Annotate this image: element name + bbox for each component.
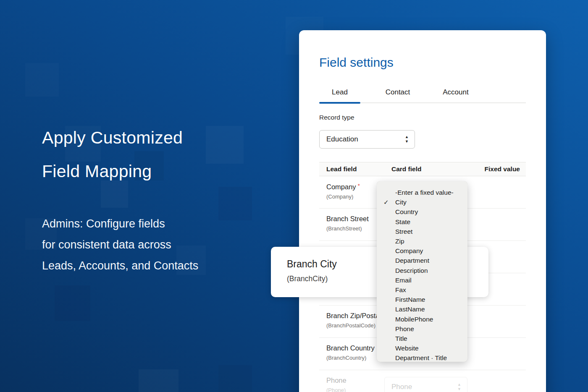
dropdown-item[interactable]: Department · Title [377,353,467,363]
phone-card-field-select[interactable]: Phone ▲ ▼ [384,377,467,392]
dropdown-item[interactable]: FirstName [377,295,467,304]
dropdown-item[interactable]: Title [377,334,467,343]
select-spinner: ▲ ▼ [457,383,461,391]
promo-copy: Apply Customized Field Mapping Admins: C… [42,121,198,276]
dropdown-item[interactable]: Street [377,227,467,236]
promo-heading-line: Field Mapping [42,154,198,188]
promo-body-line: Admins: Configure fields [42,213,198,234]
spinner-down-icon: ▼ [405,140,409,143]
record-type-label: Record type [319,113,526,122]
dropdown-item[interactable]: Company [377,246,467,256]
tab-lead[interactable]: Lead [319,88,360,102]
dropdown-item[interactable]: Website [377,343,467,353]
row-label: Phone [326,376,384,384]
promo-body-line: Leads, Accounts, and Contacts [42,255,198,276]
spinner-down-icon: ▼ [457,388,461,391]
select-spinner: ▲ ▼ [405,136,409,143]
dropdown-item[interactable]: -Enter a fixed value- [377,188,467,197]
row-sublabel: (Phone) [326,387,384,392]
row-sublabel: (BranchCountry) [326,355,384,361]
promo-body: Admins: Configure fields for consistent … [42,213,198,276]
spinner-up-icon: ▲ [405,136,409,139]
tab-contact[interactable]: Contact [377,88,418,102]
card-field-dropdown-menu: -Enter a fixed value- ✓City Country Stat… [377,181,467,362]
row-sublabel: (BranchPostalCode) [326,322,384,329]
dropdown-item[interactable]: LastName [377,304,467,314]
phone-card-field-value: Phone [391,383,412,391]
column-header-lead-field: Lead field [319,165,384,173]
dropdown-item[interactable]: Fax [377,285,467,295]
required-asterisk: * [358,183,360,189]
page-title: Field settings [319,55,526,70]
dropdown-item[interactable]: Country [377,207,467,217]
promo-heading: Apply Customized Field Mapping [42,121,198,188]
row-label: Branch Zip/Postal Code [326,312,384,320]
column-header-card-field: Card field [384,165,475,173]
check-icon: ✓ [383,197,389,207]
dropdown-item[interactable]: Email [377,275,467,285]
dropdown-item[interactable]: Zip [377,236,467,246]
record-type-value: Education [326,135,358,144]
dropdown-item[interactable]: Phone [377,324,467,334]
promo-body-line: for consistent data across [42,234,198,255]
dropdown-item-selected[interactable]: ✓City [377,197,467,207]
row-sublabel: (Company) [326,193,384,200]
table-header: Lead field Card field Fixed value [319,162,526,176]
row-label: Branch Country [326,344,384,352]
dropdown-item[interactable]: MobilePhone [377,314,467,324]
row-sublabel: (BranchStreet) [326,225,384,232]
table-row-phone: Phone (Phone) Phone ▲ ▼ [319,370,526,392]
column-header-fixed-value: Fixed value [475,165,526,173]
spinner-up-icon: ▲ [457,383,461,386]
record-type-select[interactable]: Education ▲ ▼ [319,130,415,149]
row-label: Branch Street [326,215,384,223]
dropdown-item[interactable]: Description [377,266,467,275]
tabbar: Lead Contact Account [319,88,526,103]
dropdown-item[interactable]: State [377,217,467,227]
row-label: Company* [326,183,384,191]
tab-account[interactable]: Account [435,88,476,102]
promo-heading-line: Apply Customized [42,121,198,154]
dropdown-item[interactable]: Department [377,256,467,265]
